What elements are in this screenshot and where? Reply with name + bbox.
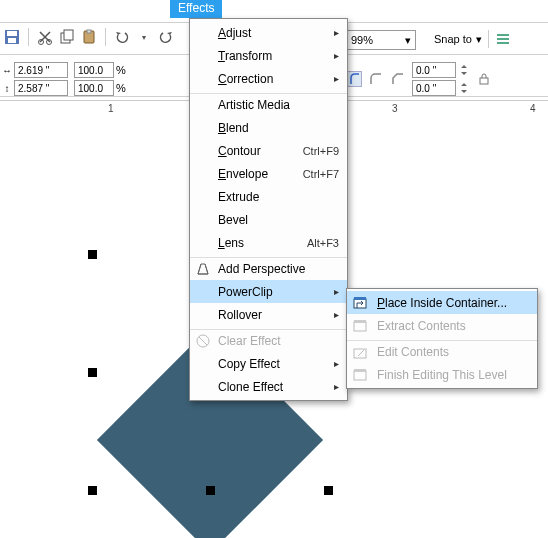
menu-item-clone-effect[interactable]: Clone Effect▸ [190, 375, 347, 398]
undo-icon[interactable] [114, 29, 130, 45]
selection-handle[interactable] [88, 250, 97, 259]
menu-item-add-perspective[interactable]: Add Perspective [190, 257, 347, 280]
svg-rect-12 [354, 297, 366, 300]
corner-radius-2-field[interactable]: 0.0 " [412, 80, 456, 96]
redo-icon[interactable] [158, 29, 174, 45]
width-arrow-icon: ↔ [2, 65, 12, 76]
submenu-arrow-icon: ▸ [334, 73, 339, 84]
scale-x-field[interactable]: 100.0 [74, 62, 114, 78]
menubar-effects[interactable]: Effects [170, 0, 222, 18]
scale-y-field[interactable]: 100.0 [74, 80, 114, 96]
corner-radius-1-field[interactable]: 0.0 " [412, 62, 456, 78]
percent-label: % [116, 82, 126, 94]
submenu-arrow-icon: ▸ [334, 50, 339, 61]
lock-corners-icon[interactable] [476, 71, 492, 87]
zoom-combo[interactable]: 99% ▾ [346, 30, 416, 50]
edit-contents-icon [352, 344, 368, 360]
toolbar-divider [28, 28, 29, 46]
svg-rect-14 [354, 320, 366, 323]
chevron-down-icon: ▾ [476, 33, 482, 46]
place-inside-icon [352, 294, 368, 310]
object-height-field[interactable]: 2.587 " [14, 80, 68, 96]
spinner-icon[interactable] [458, 62, 470, 78]
snap-to-label: Snap to [434, 33, 472, 45]
menu-item-blend[interactable]: Blend [190, 116, 347, 139]
submenu-item-edit-contents: Edit Contents [347, 340, 537, 363]
menu-item-correction[interactable]: Correction▸ [190, 67, 347, 90]
svg-rect-13 [354, 322, 366, 331]
menu-item-transform[interactable]: Transform▸ [190, 44, 347, 67]
powerclip-submenu: Place Inside Container... Extract Conten… [346, 288, 538, 389]
chevron-down-icon: ▾ [405, 34, 411, 47]
effects-menu: Adjust▸ Transform▸ Correction▸ Artistic … [189, 18, 348, 401]
menubar-effects-label: Effects [178, 1, 214, 15]
height-arrow-icon: ↕ [2, 83, 12, 94]
selection-handle[interactable] [324, 486, 333, 495]
svg-rect-2 [8, 38, 16, 43]
standard-toolbar: ▾ [4, 28, 174, 46]
spinner-icon[interactable] [458, 80, 470, 96]
submenu-arrow-icon: ▸ [334, 286, 339, 297]
submenu-arrow-icon: ▸ [334, 358, 339, 369]
extract-icon [352, 317, 368, 333]
percent-label: % [116, 64, 126, 76]
menu-item-extrude[interactable]: Extrude [190, 185, 347, 208]
dropdown-caret-icon[interactable]: ▾ [136, 29, 152, 45]
svg-rect-1 [7, 31, 17, 36]
options-icon[interactable] [495, 31, 511, 47]
menu-item-bevel[interactable]: Bevel [190, 208, 347, 231]
object-width-field[interactable]: 2.619 " [14, 62, 68, 78]
submenu-arrow-icon: ▸ [334, 27, 339, 38]
zoom-value: 99% [351, 34, 373, 46]
corner-round-icon[interactable] [346, 71, 362, 87]
submenu-item-place-inside[interactable]: Place Inside Container... [347, 291, 537, 314]
corner-scallop-icon[interactable] [368, 71, 384, 87]
submenu-item-extract-contents: Extract Contents [347, 314, 537, 337]
save-icon[interactable] [4, 29, 20, 45]
menu-item-contour[interactable]: ContourCtrl+F9 [190, 139, 347, 162]
cut-icon[interactable] [37, 29, 53, 45]
menu-item-powerclip[interactable]: PowerClip▸ [190, 280, 347, 303]
selection-handle[interactable] [88, 486, 97, 495]
selection-handle[interactable] [206, 486, 215, 495]
svg-rect-16 [354, 371, 366, 380]
menu-item-rollover[interactable]: Rollover▸ [190, 303, 347, 326]
menu-item-envelope[interactable]: EnvelopeCtrl+F7 [190, 162, 347, 185]
menu-item-copy-effect[interactable]: Copy Effect▸ [190, 352, 347, 375]
selection-handle[interactable] [88, 368, 97, 377]
property-bar-right: 0.0 " 0.0 " [346, 62, 492, 96]
finish-editing-icon [352, 366, 368, 382]
svg-rect-6 [64, 30, 73, 40]
svg-rect-17 [354, 369, 366, 372]
perspective-icon [195, 261, 211, 277]
menu-item-lens[interactable]: LensAlt+F3 [190, 231, 347, 254]
corner-chamfer-icon[interactable] [390, 71, 406, 87]
menu-item-clear-effect: Clear Effect [190, 329, 347, 352]
menu-item-artistic-media[interactable]: Artistic Media [190, 93, 347, 116]
svg-rect-9 [480, 78, 488, 84]
submenu-arrow-icon: ▸ [334, 381, 339, 392]
property-bar-left: ↔ 2.619 " ↕ 2.587 " 100.0 % 100.0 % [2, 62, 126, 96]
submenu-item-finish-editing: Finish Editing This Level [347, 363, 537, 386]
clear-effect-icon [195, 333, 211, 349]
copy-icon[interactable] [59, 29, 75, 45]
submenu-arrow-icon: ▸ [334, 309, 339, 320]
toolbar-divider [488, 30, 489, 48]
snap-to-combo[interactable]: Snap to ▾ [434, 30, 511, 48]
paste-icon[interactable] [81, 29, 97, 45]
menu-item-adjust[interactable]: Adjust▸ [190, 21, 347, 44]
toolbar-divider [105, 28, 106, 46]
svg-rect-8 [87, 30, 91, 33]
